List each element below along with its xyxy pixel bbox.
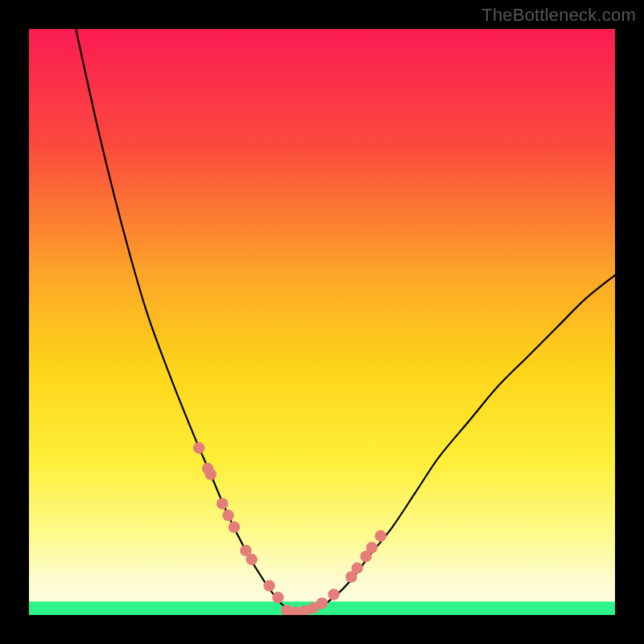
data-marker [366, 542, 378, 553]
data-marker [316, 597, 328, 609]
data-marker [217, 497, 228, 509]
outer-frame: TheBottleneck.com [0, 0, 644, 644]
data-marker [272, 592, 283, 603]
data-marker [246, 554, 257, 565]
data-marker [222, 510, 233, 521]
data-marker [229, 522, 240, 533]
data-marker [263, 580, 275, 591]
watermark-text: TheBottleneck.com [481, 5, 636, 26]
data-marker [193, 442, 204, 453]
plot-area [29, 29, 615, 615]
data-marker [328, 588, 339, 600]
data-marker [351, 563, 362, 574]
chart-svg [29, 29, 615, 615]
data-marker [204, 469, 216, 480]
gradient-bg [29, 29, 615, 615]
data-marker [375, 530, 386, 542]
